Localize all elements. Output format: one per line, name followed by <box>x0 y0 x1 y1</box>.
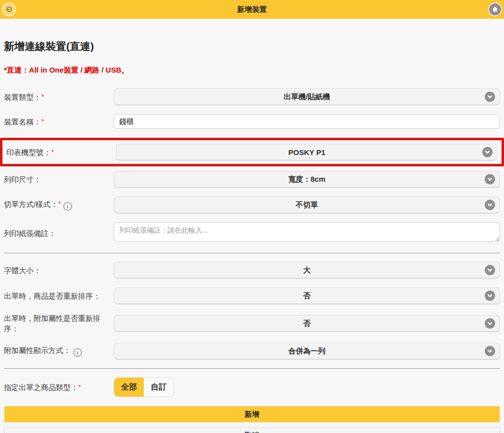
product-resort-label: 出單時，商品是否重新排序： <box>4 291 114 301</box>
chevron-down-icon <box>485 92 495 102</box>
section-divider <box>4 253 500 253</box>
device-name-input[interactable] <box>114 114 500 129</box>
attr-display-value: 合併為一列 <box>289 347 326 356</box>
field-row-printer-model: 印表機型號：* POSKY P1 <box>6 144 498 160</box>
font-size-select[interactable]: 大 <box>114 262 500 278</box>
printer-model-value: POSKY P1 <box>289 148 326 157</box>
printer-model-select[interactable]: POSKY P1 <box>116 144 498 160</box>
chevron-down-icon <box>485 346 495 356</box>
attr-resort-label: 出單時，附加屬性是否重新排序： <box>4 313 114 334</box>
device-type-value: 出單機/貼紙機 <box>284 92 330 102</box>
font-size-label: 字體大小： <box>4 265 114 276</box>
home-icon <box>491 5 499 13</box>
field-row-cut-mode: 切單方式/樣式：*i 不切單 <box>4 197 500 213</box>
chevron-down-icon <box>485 265 495 276</box>
field-row-font-size: 字體大小： 大 <box>4 262 500 278</box>
print-size-value: 寬度：8cm <box>288 175 325 184</box>
back-arrow-icon <box>5 5 13 13</box>
field-row-product-resort: 出單時，商品是否重新排序： 否 <box>4 287 500 304</box>
red-highlight-annotation: 印表機型號：* POSKY P1 <box>0 138 504 166</box>
cancel-button[interactable]: 取消 <box>4 427 500 433</box>
field-row-product-category: 指定出單之商品類型：* 全部 自訂 <box>4 377 500 397</box>
header-bar: 新增裝置 <box>0 0 504 19</box>
device-name-label: 裝置名稱：* <box>4 117 114 127</box>
add-device-form: 裝置類型：* 出單機/貼紙機 裝置名稱：* 印表機型號：* <box>4 88 500 433</box>
print-size-label: 列印尺寸： <box>4 174 114 185</box>
cut-mode-label: 切單方式/樣式：*i <box>4 199 114 211</box>
attr-resort-value: 否 <box>303 319 311 328</box>
field-row-device-type: 裝置類型：* 出單機/貼紙機 <box>4 88 500 105</box>
product-category-toggle: 全部 自訂 <box>114 377 174 397</box>
cut-mode-value: 不切單 <box>296 200 318 210</box>
product-resort-value: 否 <box>303 291 311 301</box>
required-mark: * <box>42 118 44 125</box>
chevron-down-icon <box>485 318 495 329</box>
info-icon[interactable]: i <box>63 202 72 211</box>
print-size-select[interactable]: 寬度：8cm <box>114 171 500 188</box>
attr-display-label: 附加屬性顯示方式：i <box>4 345 114 357</box>
page-header-title: 新增裝置 <box>237 5 267 14</box>
required-mark: * <box>79 384 81 391</box>
required-mark: * <box>58 200 61 207</box>
device-type-label: 裝置類型：* <box>4 92 114 102</box>
product-resort-select[interactable]: 否 <box>114 287 500 304</box>
toggle-option-custom[interactable]: 自訂 <box>144 378 173 396</box>
attr-display-select[interactable]: 合併為一列 <box>114 343 500 359</box>
toggle-option-all[interactable]: 全部 <box>114 378 144 396</box>
field-row-print-size: 列印尺寸： 寬度：8cm <box>4 171 500 188</box>
chevron-down-icon <box>485 291 495 301</box>
field-row-device-name: 裝置名稱：* <box>4 114 500 129</box>
printer-model-label: 印表機型號：* <box>6 147 116 157</box>
paper-note-label: 列印紙張備註： <box>4 228 114 238</box>
attr-resort-select[interactable]: 否 <box>114 315 500 332</box>
info-icon[interactable]: i <box>73 348 82 357</box>
chevron-down-icon <box>482 147 493 157</box>
field-row-paper-note: 列印紙張備註： <box>4 222 500 244</box>
chevron-down-icon <box>485 200 495 210</box>
device-type-select[interactable]: 出單機/貼紙機 <box>114 88 500 105</box>
chevron-down-icon <box>485 174 495 185</box>
font-size-value: 大 <box>303 266 311 275</box>
direct-connect-note: *直連：All in One裝置 / 網路 / USB。 <box>4 66 500 75</box>
home-button[interactable] <box>488 2 502 16</box>
back-button[interactable] <box>2 2 16 16</box>
page-title: 新增連線裝置(直連) <box>4 39 500 53</box>
paper-note-textarea[interactable] <box>114 222 500 242</box>
section-divider <box>4 368 500 369</box>
product-category-label: 指定出單之商品類型：* <box>4 382 114 393</box>
field-row-attr-display: 附加屬性顯示方式：i 合併為一列 <box>4 343 500 359</box>
required-mark: * <box>42 93 44 100</box>
required-mark: * <box>51 149 54 156</box>
field-row-attr-resort: 出單時，附加屬性是否重新排序： 否 <box>4 313 500 334</box>
add-button[interactable]: 新增 <box>4 406 500 423</box>
cut-mode-select[interactable]: 不切單 <box>114 197 500 213</box>
